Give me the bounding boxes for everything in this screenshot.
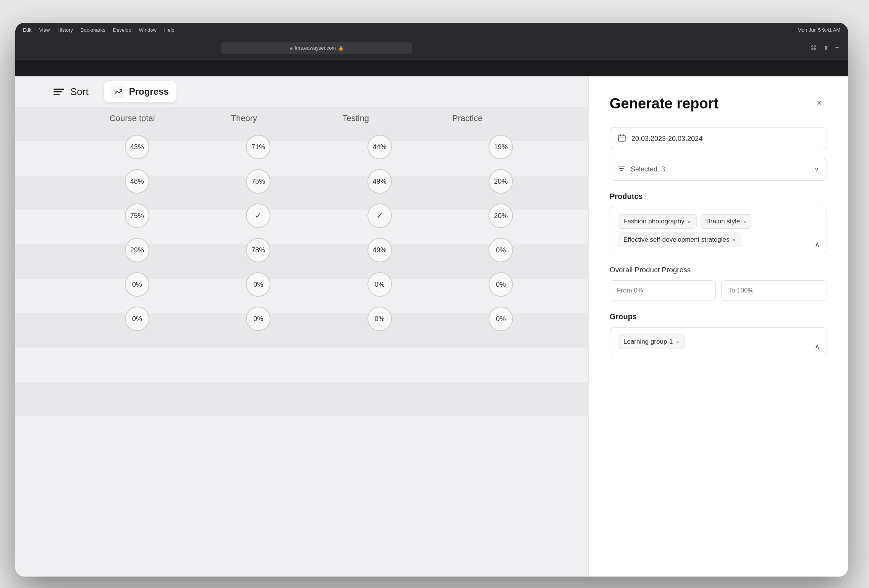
cell-r3-c1: 75%: [76, 204, 198, 228]
menu-develop[interactable]: Develop: [113, 27, 131, 33]
clock: Mon Jun 5 9:41 AM: [798, 27, 840, 33]
badge-0d: 0%: [367, 272, 392, 297]
tag-close-braion[interactable]: ×: [743, 218, 746, 225]
cell-r5-c3: 0%: [319, 272, 440, 297]
tag-effective-strategies[interactable]: Effective self-development strategies ×: [618, 233, 741, 247]
sort-label: Sort: [70, 86, 89, 98]
tag-label-learning-group: Learning group-1: [623, 338, 673, 346]
cell-r2-c3: 49%: [319, 169, 440, 194]
tag-label-fashion: Fashion photography: [623, 218, 685, 225]
cell-r2-c1: 48%: [76, 169, 198, 194]
address-text: lms.edwayser.com: [295, 45, 336, 51]
menu-history[interactable]: History: [57, 27, 73, 33]
col-header-practice: Practice: [412, 113, 524, 123]
lock-icon: 🔒: [338, 45, 344, 51]
badge-49: 49%: [367, 169, 392, 194]
table-row: 29% 78% 49% 0%: [15, 233, 600, 267]
add-tab-icon[interactable]: +: [835, 44, 839, 52]
modal-panel: Generate report × 20.03.2023-20.03.2024: [588, 76, 848, 577]
collapse-products-icon[interactable]: ∧: [815, 240, 820, 249]
badge-48: 48%: [125, 169, 149, 194]
tag-close-learning-group[interactable]: ×: [676, 339, 679, 345]
badge-0i: 0%: [489, 307, 513, 331]
tag-label-braion: Braion style: [706, 218, 740, 225]
cell-r5-c2: 0%: [198, 272, 319, 297]
menu-view[interactable]: View: [39, 27, 50, 33]
table-row: 43% 71% 44% 19%: [15, 130, 600, 164]
cell-r2-c2: 75%: [198, 169, 319, 194]
filter-dropdown[interactable]: Selected: 3 ∨: [610, 158, 827, 181]
tag-fashion-photography[interactable]: Fashion photography ×: [618, 214, 697, 229]
products-section-label: Produtcs: [610, 192, 827, 201]
badge-0a: 0%: [489, 238, 513, 262]
modal-title: Generate report: [610, 95, 719, 112]
tag-close-effective[interactable]: ×: [733, 237, 736, 243]
cell-r1-c2: 71%: [198, 135, 319, 159]
svg-rect-0: [618, 135, 625, 141]
toolbar-icons: ⌘ ⬆ +: [811, 44, 839, 52]
tag-learning-group-1[interactable]: Learning group-1 ×: [618, 334, 685, 349]
cell-r1-c1: 43%: [76, 135, 198, 159]
cell-r3-c4: 20%: [440, 204, 562, 228]
cell-r2-c4: 20%: [440, 169, 562, 194]
tag-close-fashion[interactable]: ×: [688, 218, 691, 225]
badge-0b: 0%: [125, 272, 149, 297]
cell-r4-c4: 0%: [440, 238, 562, 262]
menu-bookmarks[interactable]: Bookmarks: [81, 27, 105, 33]
menu-edit[interactable]: Edit: [23, 27, 31, 33]
groups-container: Learning group-1 × ∧: [610, 327, 827, 356]
browser-content: Sort Progress Course total Theory Test: [15, 76, 848, 577]
tags-container: Fashion photography × Braion style × Eff…: [610, 207, 827, 254]
cell-r4-c2: 78%: [198, 238, 319, 262]
badge-check-2: ✓: [367, 204, 392, 228]
cell-r6-c1: 0%: [76, 307, 198, 331]
badge-0g: 0%: [246, 307, 270, 331]
menu-bar: Edit View History Bookmarks Develop Wind…: [15, 23, 848, 37]
cell-r6-c2: 0%: [198, 307, 319, 331]
badge-20b: 20%: [489, 204, 513, 228]
data-rows: 43% 71% 44% 19% 48%: [15, 130, 600, 577]
wifi-icon: ⌘: [811, 44, 817, 52]
cell-r1-c4: 19%: [440, 135, 562, 159]
share-icon[interactable]: ⬆: [824, 44, 829, 52]
cell-r6-c3: 0%: [319, 307, 440, 331]
groups-tags-row: Learning group-1 ×: [618, 334, 819, 349]
column-headers: Course total Theory Testing Practice: [15, 107, 600, 130]
filter-selected-text: Selected: 3: [631, 165, 809, 173]
close-button[interactable]: ×: [812, 95, 827, 111]
modal-header: Generate report ×: [610, 95, 827, 112]
badge-78: 78%: [246, 238, 270, 262]
badge-44: 44%: [367, 135, 392, 159]
sort-icon: [53, 86, 67, 97]
badge-75: 75%: [246, 169, 270, 194]
tags-row: Fashion photography × Braion style × Eff…: [618, 214, 819, 247]
badge-19: 19%: [489, 135, 513, 159]
badge-0e: 0%: [489, 272, 513, 297]
cell-r4-c3: 49%: [319, 238, 440, 262]
date-range-field[interactable]: 20.03.2023-20.03.2024: [610, 127, 827, 150]
sort-button[interactable]: Sort: [53, 86, 89, 98]
menu-help[interactable]: Help: [164, 27, 175, 33]
badge-29: 29%: [125, 238, 149, 262]
address-bar[interactable]: ● lms.edwayser.com 🔒: [221, 42, 412, 54]
browser-toolbar: ● lms.edwayser.com 🔒 ⌘ ⬆ +: [15, 37, 848, 60]
to-input[interactable]: [721, 280, 827, 301]
cell-r6-c4: 0%: [440, 307, 562, 331]
overall-progress-label: Overall Product Progress: [610, 266, 827, 274]
progress-chart-icon: [112, 85, 125, 99]
tag-braion-style[interactable]: Braion style ×: [701, 214, 752, 229]
progress-tab[interactable]: Progress: [104, 81, 176, 102]
table-row: 0% 0% 0% 0%: [15, 302, 600, 336]
badge-43: 43%: [125, 135, 149, 159]
menu-window[interactable]: Window: [139, 27, 157, 33]
badge-75: 75%: [125, 204, 149, 228]
cell-r1-c3: 44%: [319, 135, 440, 159]
browser-chrome: Edit View History Bookmarks Develop Wind…: [15, 23, 848, 76]
from-input[interactable]: [610, 280, 716, 301]
collapse-groups-icon[interactable]: ∧: [815, 342, 820, 351]
cell-r5-c1: 0%: [76, 272, 198, 297]
sort-line-3: [53, 94, 60, 95]
badge-0f: 0%: [125, 307, 149, 331]
tag-label-effective: Effective self-development strategies: [623, 236, 730, 244]
range-inputs: [610, 280, 827, 301]
